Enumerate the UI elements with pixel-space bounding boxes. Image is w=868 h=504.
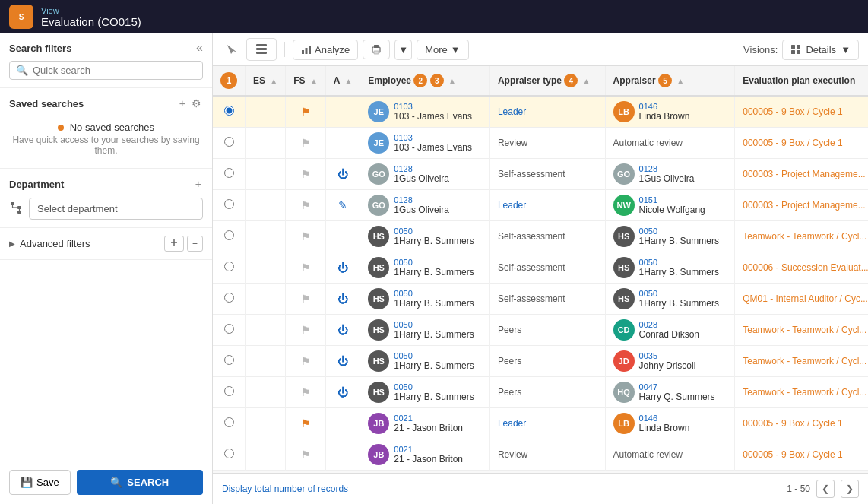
row-radio[interactable] (224, 449, 234, 458)
flag-icon[interactable]: ⚑ (301, 262, 311, 274)
flag-icon[interactable]: ⚑ (301, 106, 311, 118)
appraiser-info: 0050 1Harry B. Summers (639, 289, 719, 309)
row-radio[interactable] (224, 199, 234, 209)
row-radio[interactable] (224, 168, 234, 178)
view-label: View Evaluation (CO015) (41, 6, 141, 28)
row-radio[interactable] (224, 230, 234, 240)
col-appraiser-type[interactable]: Appraiser type 4 ▲ (489, 66, 605, 96)
visions-select-button[interactable]: Details ▼ (782, 40, 859, 60)
more-button[interactable]: More ▼ (417, 40, 469, 60)
appraiser-name: 1Harry B. Summers (639, 236, 719, 246)
flag-icon[interactable]: ⚑ (301, 355, 311, 367)
sidebar: Search filters « 🔍 Saved searches + ⚙ No… (0, 33, 213, 504)
row-a-cell (325, 96, 360, 128)
row-a-cell: ⏻ (325, 252, 360, 284)
row-radio-cell[interactable] (213, 408, 246, 439)
table-row: ⚑⏻ GO 0128 1Gus Oliveira Self-assessment… (213, 159, 868, 190)
row-radio-cell[interactable] (213, 96, 246, 128)
col1-badge: 1 (220, 72, 237, 89)
advanced-filters-options-button[interactable]: + (187, 236, 203, 252)
emp-code: 0050 (394, 258, 474, 267)
row-radio-cell[interactable] (213, 439, 246, 471)
col-appraiser[interactable]: Appraiser 5 ▲ (605, 66, 735, 96)
row-radio-cell[interactable] (213, 252, 246, 284)
flag-icon[interactable]: ⚑ (301, 137, 311, 149)
appraiser-type-value: Peers (498, 356, 521, 366)
appraiser-type-value: Leader (498, 418, 526, 429)
appraiser-name: Automatic review (613, 138, 683, 148)
row-fs-cell: ⚑ (286, 377, 326, 408)
advanced-filters-add-button[interactable] (164, 236, 184, 252)
search-button[interactable]: 🔍 SEARCH (77, 470, 203, 495)
table-footer: Display total number of records 1 - 50 ❮… (213, 473, 868, 504)
row-fs-cell: ⚑ (286, 408, 326, 439)
col-eval-plan[interactable]: Evaluation plan execution (735, 66, 868, 96)
row-radio[interactable] (224, 417, 234, 427)
flag-icon[interactable]: ⚑ (301, 324, 311, 336)
flag-icon[interactable]: ⚑ (301, 386, 311, 398)
select-department-button[interactable]: Select department (29, 198, 203, 220)
print-dropdown-button[interactable]: ▼ (394, 40, 412, 60)
row-radio[interactable] (224, 355, 234, 365)
print-button[interactable] (363, 40, 390, 59)
save-button[interactable]: 💾 Save (9, 470, 71, 495)
table-view-button[interactable] (246, 38, 277, 61)
flag-icon[interactable]: ⚑ (301, 293, 311, 305)
toolbar: Analyze ▼ More ▼ Visions: (213, 33, 868, 66)
row-radio[interactable] (224, 262, 234, 271)
collapse-sidebar-button[interactable]: « (196, 41, 203, 55)
row-radio-cell[interactable] (213, 221, 246, 252)
row-radio[interactable] (224, 324, 234, 334)
row-radio[interactable] (224, 293, 234, 303)
row-radio-cell[interactable] (213, 190, 246, 221)
next-page-button[interactable]: ❯ (841, 480, 859, 498)
row-plan-cell: 000006 - Succession Evaluat... (735, 252, 868, 284)
row-radio-cell[interactable] (213, 315, 246, 346)
flag-icon[interactable]: ⚑ (301, 417, 311, 430)
row-fs-cell: ⚑ (286, 190, 326, 221)
flag-icon[interactable]: ⚑ (301, 230, 311, 242)
row-employee-cell: JB 0021 21 - Jason Briton (360, 439, 490, 471)
add-saved-search-button[interactable]: + (178, 96, 187, 111)
appraiser-info: 0047 Harry Q. Summers (639, 382, 715, 402)
flag-icon[interactable]: ⚑ (301, 168, 311, 180)
row-radio-cell[interactable] (213, 377, 246, 408)
data-table-container: 1 ES ▲ FS ▲ A ▲ Employee (213, 66, 868, 473)
row-appraiser-type-cell: Leader (489, 96, 605, 128)
advanced-filters-header[interactable]: ▶ Advanced filters + (9, 236, 203, 252)
col-es[interactable]: ES ▲ (246, 66, 286, 96)
emp-name: 1Gus Oliveira (394, 204, 449, 215)
emp-code: 0021 (394, 414, 463, 423)
search-input[interactable] (33, 65, 196, 76)
row-radio[interactable] (224, 106, 234, 116)
appraiser-type-value: Review (498, 138, 527, 148)
more-chevron-icon: ▼ (451, 44, 461, 55)
row-radio[interactable] (224, 137, 234, 147)
col-fs[interactable]: FS ▲ (286, 66, 326, 96)
prev-page-button[interactable]: ❮ (816, 480, 835, 498)
settings-saved-search-button[interactable]: ⚙ (190, 96, 203, 111)
appraiser-info: 0151 Nicole Wolfgang (639, 195, 705, 215)
appraiser-name: Harry Q. Summers (639, 391, 715, 402)
sidebar-bottom: 💾 Save 🔍 SEARCH (0, 461, 212, 504)
row-radio-cell[interactable] (213, 128, 246, 159)
row-radio-cell[interactable] (213, 284, 246, 315)
emp-name: 21 - Jason Briton (394, 423, 463, 433)
appraiser-name: Johny Driscoll (639, 360, 696, 371)
employee-cell: HS 0050 1Harry B. Summers (368, 382, 482, 403)
display-records-link[interactable]: Display total number of records (222, 483, 348, 494)
col-employee[interactable]: Employee 2 3 ▲ (360, 66, 490, 96)
col-a[interactable]: A ▲ (325, 66, 360, 96)
flag-icon[interactable]: ⚑ (301, 199, 311, 211)
col-employee-badge2: 3 (430, 74, 444, 87)
analyze-button[interactable]: Analyze (293, 40, 358, 60)
department-add-button[interactable]: + (194, 176, 203, 192)
emp-info: 0103 103 - James Evans (394, 133, 472, 153)
row-radio-cell[interactable] (213, 159, 246, 190)
row-radio[interactable] (224, 386, 234, 396)
flag-icon[interactable]: ⚑ (301, 449, 311, 461)
row-radio-cell[interactable] (213, 346, 246, 377)
saved-searches-title: Saved searches (9, 98, 84, 109)
row-plan-cell: Teamwork - Teamwork / Cycl... (735, 221, 868, 252)
select-all-button[interactable] (222, 40, 242, 59)
